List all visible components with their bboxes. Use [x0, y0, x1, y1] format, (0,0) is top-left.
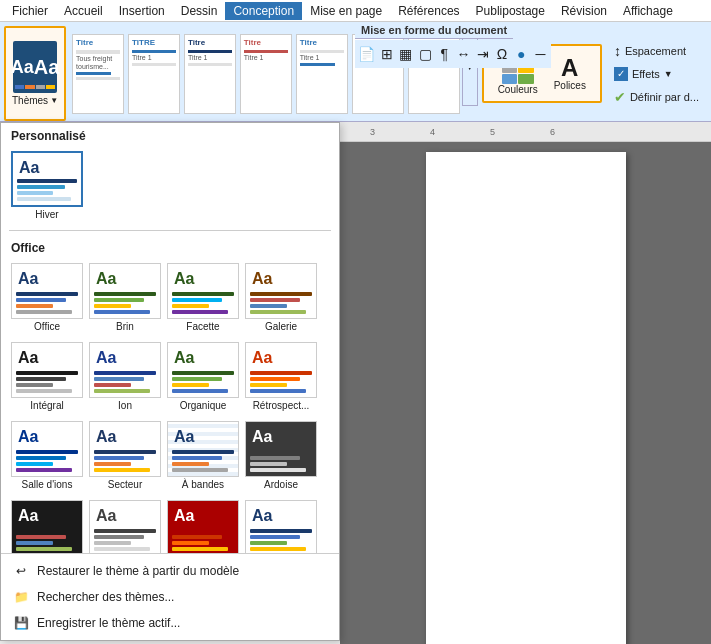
- tool-indent[interactable]: ⇥: [474, 42, 491, 66]
- theme-brin[interactable]: Aa Brin: [89, 261, 161, 334]
- theme-thumb: Aa: [11, 263, 83, 319]
- theme-name-label: Facette: [186, 321, 219, 332]
- ribbon-theme-1[interactable]: Titre Tous freight tourisme...: [72, 34, 124, 114]
- effets-label: Effets: [632, 68, 660, 80]
- menu-fichier[interactable]: Fichier: [4, 2, 56, 20]
- themes-grid-office: Aa Office Aa Brin Aa: [1, 257, 339, 553]
- espacement-icon: ↕: [614, 43, 621, 59]
- theme-name-label: Brin: [116, 321, 134, 332]
- themes-icon: Aa: [13, 41, 57, 93]
- theme-hiver-thumb: Aa: [11, 151, 83, 207]
- tool-ruler[interactable]: ↔: [455, 42, 472, 66]
- themes-dropdown-arrow[interactable]: ▼: [50, 96, 58, 105]
- tool-special[interactable]: Ω: [493, 42, 510, 66]
- tool-line[interactable]: ─: [532, 42, 549, 66]
- tool-table[interactable]: ⊞: [378, 42, 395, 66]
- theme-thumb: Aa: [167, 342, 239, 398]
- theme-berlin[interactable]: Aa Berlin: [167, 498, 239, 553]
- ribbon-actions: ↕ Espacement ✓ Effets ▼ ✔ Définir par d.…: [610, 41, 703, 107]
- theme-r-trospect---[interactable]: Aa Rétrospect...: [245, 340, 317, 413]
- document-page: [426, 152, 626, 644]
- theme-thumb: Aa: [245, 421, 317, 477]
- theme-hiver[interactable]: Aa Hiver: [11, 149, 83, 222]
- theme-name-label: À bandes: [182, 479, 224, 490]
- theme-ardoise[interactable]: Aa Ardoise: [245, 419, 317, 492]
- section-office-header: Office: [1, 235, 339, 257]
- polices-label: Polices: [554, 80, 586, 91]
- menu-conception[interactable]: Conception: [225, 2, 302, 20]
- ribbon-theme-3[interactable]: Titre Titre 1: [184, 34, 236, 114]
- theme-name-label: Galerie: [265, 321, 297, 332]
- polices-button[interactable]: A Polices: [550, 54, 590, 93]
- theme-thumb: Aa: [89, 500, 161, 553]
- effets-button[interactable]: ✓ Effets ▼: [610, 65, 703, 83]
- definir-button[interactable]: ✔ Définir par d...: [610, 87, 703, 107]
- ruler: 3 4 5 6: [340, 122, 711, 142]
- themes-button[interactable]: Aa Thèmes ▼: [4, 26, 66, 121]
- theme-thumb: Aa: [167, 500, 239, 553]
- menu-publipostage[interactable]: Publipostage: [468, 2, 553, 20]
- theme-cadrage[interactable]: Aa Cadrage: [245, 498, 317, 553]
- dropdown-footer: ↩ Restaurer le thème à partir du modèle …: [1, 553, 339, 640]
- theme-name-label: Ardoise: [264, 479, 298, 490]
- tool-col[interactable]: ▦: [397, 42, 414, 66]
- rechercher-icon: 📁: [13, 589, 29, 605]
- ribbon-theme-5[interactable]: Titre Titre 1: [296, 34, 348, 114]
- theme-base[interactable]: Aa Base: [89, 498, 161, 553]
- theme-name-label: Salle d'ions: [22, 479, 73, 490]
- theme-name-label: Secteur: [108, 479, 142, 490]
- tool-para[interactable]: ¶: [436, 42, 453, 66]
- doc-toolbar: 📄 ⊞ ▦ ▢ ¶ ↔ ⇥ Ω ● ─: [355, 40, 551, 68]
- couleurs-label: Couleurs: [498, 84, 538, 95]
- menu-insertion[interactable]: Insertion: [111, 2, 173, 20]
- footer-enregistrer[interactable]: 💾 Enregistrer le thème actif...: [1, 610, 339, 636]
- theme-ion[interactable]: Aa Ion: [89, 340, 161, 413]
- theme-thumb: Aa: [11, 342, 83, 398]
- theme-salle-d-ions[interactable]: Aa Salle d'ions: [11, 419, 83, 492]
- menu-bar: Fichier Accueil Insertion Dessin Concept…: [0, 0, 711, 22]
- theme-int-gral[interactable]: Aa Intégral: [11, 340, 83, 413]
- menu-revision[interactable]: Révision: [553, 2, 615, 20]
- document-area: [340, 142, 711, 644]
- theme---bandes[interactable]: Aa À bandes: [167, 419, 239, 492]
- theme-thumb: Aa: [11, 500, 83, 553]
- enregistrer-icon: 💾: [13, 615, 29, 631]
- theme-thumb: Aa: [245, 500, 317, 553]
- theme-facette[interactable]: Aa Facette: [167, 261, 239, 334]
- section-personnalise-header: Personnalisé: [1, 123, 339, 145]
- theme-thumb: Aa: [89, 342, 161, 398]
- theme-thumb: Aa: [167, 421, 239, 477]
- theme-name-label: Ion: [118, 400, 132, 411]
- tool-frame[interactable]: ▢: [416, 42, 433, 66]
- effets-dropdown-arrow: ▼: [664, 69, 673, 79]
- theme-thumb: Aa: [89, 263, 161, 319]
- checkmark-icon: ✔: [614, 89, 626, 105]
- ribbon-theme-2[interactable]: TITRE Titre 1: [128, 34, 180, 114]
- mise-en-forme-label: Mise en forme du document: [355, 22, 513, 39]
- footer-restaurer[interactable]: ↩ Restaurer le thème à partir du modèle: [1, 558, 339, 584]
- tool-circle[interactable]: ●: [513, 42, 530, 66]
- menu-affichage[interactable]: Affichage: [615, 2, 681, 20]
- theme-thumb: Aa: [245, 263, 317, 319]
- theme-name-label: Rétrospect...: [253, 400, 310, 411]
- dropdown-scroll-area[interactable]: Personnalisé Aa Hiv: [1, 123, 339, 553]
- theme-hiver-label: Hiver: [35, 209, 58, 220]
- theme-thumb: Aa: [11, 421, 83, 477]
- tool-page[interactable]: 📄: [357, 42, 376, 66]
- themes-dropdown: Personnalisé Aa Hiv: [0, 122, 340, 641]
- footer-rechercher[interactable]: 📁 Rechercher des thèmes...: [1, 584, 339, 610]
- theme-badge[interactable]: Aa Badge: [11, 498, 83, 553]
- menu-references[interactable]: Références: [390, 2, 467, 20]
- theme-secteur[interactable]: Aa Secteur: [89, 419, 161, 492]
- theme-galerie[interactable]: Aa Galerie: [245, 261, 317, 334]
- theme-organique[interactable]: Aa Organique: [167, 340, 239, 413]
- ribbon-theme-4[interactable]: Titre Titre 1: [240, 34, 292, 114]
- theme-name-label: Intégral: [30, 400, 63, 411]
- menu-dessin[interactable]: Dessin: [173, 2, 226, 20]
- ribbon: Aa Thèmes ▼ Titre Tous freight tourisme.…: [0, 22, 711, 122]
- menu-mise-en-page[interactable]: Mise en page: [302, 2, 390, 20]
- checkbox-checked-icon: ✓: [614, 67, 628, 81]
- menu-accueil[interactable]: Accueil: [56, 2, 111, 20]
- theme-office[interactable]: Aa Office: [11, 261, 83, 334]
- espacement-button[interactable]: ↕ Espacement: [610, 41, 703, 61]
